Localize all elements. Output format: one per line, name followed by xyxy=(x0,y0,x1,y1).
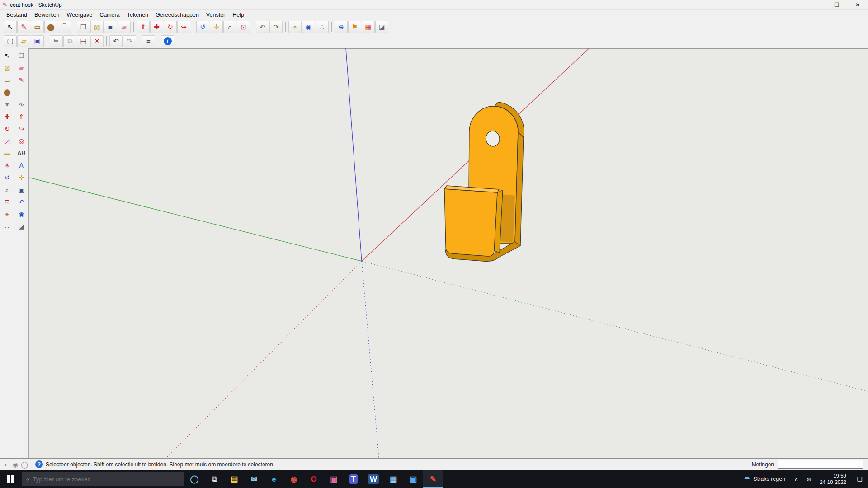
previous-view-button[interactable]: ↶ xyxy=(256,21,269,33)
select-tool-button[interactable]: ↖ xyxy=(0,50,14,61)
help-icon[interactable]: ? xyxy=(35,460,43,468)
eraser-tool-button[interactable]: ▰ xyxy=(14,62,29,74)
network-tray-button[interactable]: ⊕ xyxy=(802,470,815,488)
text-tool-button[interactable]: AB xyxy=(14,147,29,159)
section-plane-button[interactable]: ◪ xyxy=(14,221,29,232)
word-button[interactable]: W xyxy=(363,470,383,488)
print-button[interactable]: ≡ xyxy=(142,35,155,47)
zoom-tool-button[interactable]: ⌕ xyxy=(223,21,236,33)
copy-button[interactable]: ⧉ xyxy=(63,35,76,47)
cut-button[interactable]: ✂ xyxy=(50,35,63,47)
measurements-input[interactable] xyxy=(778,460,863,469)
google-earth-button[interactable]: ⊕ xyxy=(335,21,348,33)
make-component-button[interactable]: ❐ xyxy=(77,21,90,33)
rotate-tool-button[interactable]: ↻ xyxy=(0,123,14,135)
follow-me-button[interactable]: ↪ xyxy=(177,21,190,33)
arc-tool-button[interactable]: ⌒ xyxy=(58,21,71,33)
menu-tekenen[interactable]: Tekenen xyxy=(123,11,152,19)
chrome-button[interactable]: ◉ xyxy=(284,470,304,488)
sketchup-button[interactable]: ✎ xyxy=(423,470,443,488)
pan-tool-button[interactable]: ✛ xyxy=(14,172,29,183)
pan-tool-button[interactable]: ✛ xyxy=(210,21,223,33)
undo-button[interactable]: ↶ xyxy=(109,35,123,47)
zoom-tool-button[interactable]: ⌕ xyxy=(0,184,14,196)
paint-bucket-button[interactable]: ▨ xyxy=(0,62,14,74)
redo-button[interactable]: ↷ xyxy=(123,35,136,47)
action-center-button[interactable]: ❏ xyxy=(851,470,868,488)
polygon-tool-button[interactable]: ▼ xyxy=(0,99,14,110)
coat-hook-model[interactable] xyxy=(444,102,524,261)
walk-tool-button[interactable]: ∴ xyxy=(316,21,329,33)
taskbar-clock[interactable]: 19:59 24-10-2022 xyxy=(815,470,851,488)
opera-button[interactable]: O xyxy=(304,470,324,488)
mail-button[interactable]: ✉ xyxy=(244,470,264,488)
zoom-extents-button[interactable]: ⊡ xyxy=(0,196,14,208)
warehouse-button[interactable]: ▦ xyxy=(362,21,375,33)
cortana-button[interactable]: ◯ xyxy=(184,470,204,488)
rotate-tool-button[interactable]: ↻ xyxy=(164,21,177,33)
follow-me-button[interactable]: ↪ xyxy=(14,123,29,135)
calculator-button[interactable]: ▦ xyxy=(383,470,403,488)
look-around-button[interactable]: ◉ xyxy=(302,21,315,33)
menu-venster[interactable]: Venster xyxy=(203,11,229,19)
tray-overflow-button[interactable]: ∧ xyxy=(790,470,802,488)
menu-bewerken[interactable]: Bewerken xyxy=(31,11,63,19)
rectangle-tool-button[interactable]: ▭ xyxy=(31,21,44,33)
orbit-tool-button[interactable]: ↺ xyxy=(0,172,14,183)
zoom-window-button[interactable]: ▣ xyxy=(104,21,117,33)
push-pull-button[interactable]: ⇑ xyxy=(14,111,29,122)
geolocation-status-icon[interactable]: ◐ xyxy=(2,460,11,469)
menu-help[interactable]: Help xyxy=(229,11,248,19)
signin-status-icon[interactable]: ◯ xyxy=(20,460,29,469)
add-location-button[interactable]: ⚑ xyxy=(348,21,361,33)
threed-text-button[interactable]: A xyxy=(14,160,29,171)
minimize-button[interactable]: – xyxy=(806,0,826,10)
search-input[interactable] xyxy=(33,476,180,483)
paint-bucket-button[interactable]: ▨ xyxy=(90,21,104,33)
model-info-button[interactable]: i xyxy=(161,35,174,47)
axes-tool-button[interactable]: ✳ xyxy=(0,160,14,171)
drawing-viewport[interactable] xyxy=(29,48,868,458)
taskbar-search[interactable]: ⌕ xyxy=(22,472,184,486)
circle-tool-button[interactable]: ⬤ xyxy=(0,86,14,98)
move-tool-button[interactable]: ✚ xyxy=(150,21,163,33)
move-tool-button[interactable]: ✚ xyxy=(0,111,14,122)
zoom-extents-button[interactable]: ⊡ xyxy=(237,21,250,33)
zoom-window-button[interactable]: ▣ xyxy=(14,184,29,196)
close-button[interactable]: ✕ xyxy=(847,0,868,10)
start-button[interactable] xyxy=(0,470,22,488)
previous-view-button[interactable]: ↶ xyxy=(14,196,29,208)
task-view-button[interactable]: ⧉ xyxy=(204,470,224,488)
section-plane-button[interactable]: ◪ xyxy=(375,21,388,33)
edge-button[interactable]: e xyxy=(264,470,284,488)
new-file-button[interactable]: ▢ xyxy=(4,35,17,47)
menu-weergave[interactable]: Weergave xyxy=(63,11,96,19)
maximize-button[interactable]: ❐ xyxy=(826,0,847,10)
scale-tool-button[interactable]: ◿ xyxy=(0,135,14,147)
line-tool-button[interactable]: ✎ xyxy=(17,21,30,33)
walk-tool-button[interactable]: ∴ xyxy=(0,221,14,232)
menu-camera[interactable]: Camera xyxy=(96,11,123,19)
offset-tool-button[interactable]: ◎ xyxy=(14,135,29,147)
arc-tool-button[interactable]: ⌒ xyxy=(14,86,29,98)
paste-button[interactable]: ▤ xyxy=(77,35,90,47)
media-player-button[interactable]: ▣ xyxy=(324,470,344,488)
delete-button[interactable]: ✕ xyxy=(90,35,104,47)
weather-widget[interactable]: ☂ Straks regen xyxy=(740,470,790,488)
eraser-tool-button[interactable]: ▰ xyxy=(118,21,131,33)
push-pull-button[interactable]: ⇑ xyxy=(137,21,150,33)
position-camera-button[interactable]: ⌖ xyxy=(0,208,14,220)
look-around-button[interactable]: ◉ xyxy=(14,208,29,220)
line-tool-button[interactable]: ✎ xyxy=(14,74,29,86)
file-explorer-button[interactable]: ▤ xyxy=(224,470,244,488)
select-tool-button[interactable]: ↖ xyxy=(4,21,17,33)
next-view-button[interactable]: ↷ xyxy=(269,21,283,33)
menu-bestand[interactable]: Bestand xyxy=(3,11,31,19)
photos-button[interactable]: ▣ xyxy=(403,470,423,488)
position-camera-button[interactable]: ⌖ xyxy=(288,21,302,33)
orbit-tool-button[interactable]: ↺ xyxy=(196,21,209,33)
tape-measure-button[interactable]: ▬ xyxy=(0,147,14,159)
rectangle-tool-button[interactable]: ▭ xyxy=(0,74,14,86)
save-button[interactable]: ▣ xyxy=(31,35,44,47)
teams-button[interactable]: T xyxy=(344,470,363,488)
